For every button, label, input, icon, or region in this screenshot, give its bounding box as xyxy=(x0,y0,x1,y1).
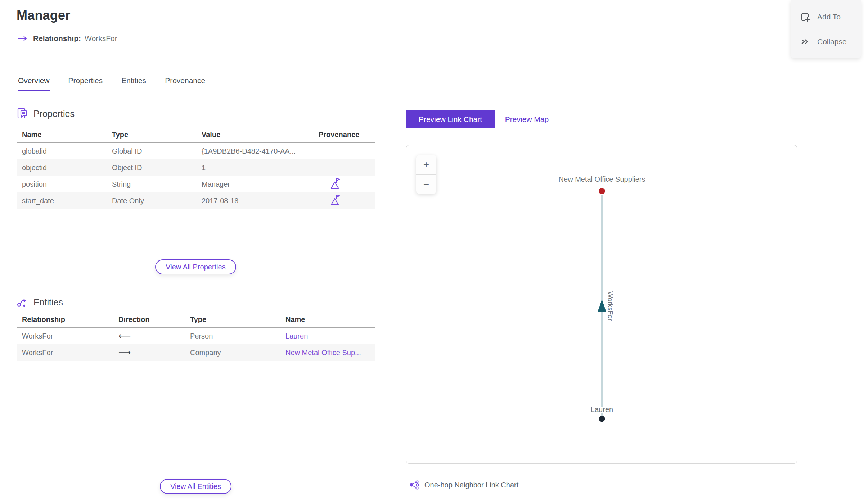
direction-right-arrow: ⟶ xyxy=(113,348,185,358)
zoom-out-button[interactable]: − xyxy=(416,174,436,194)
edge-label: WorksFor xyxy=(607,291,614,321)
chart-caption: One-hop Neighbor Link Chart xyxy=(406,480,798,490)
properties-table: Name Type Value Provenance globalid Glob… xyxy=(17,130,375,209)
add-to-label: Add To xyxy=(817,13,841,21)
prop-type: Date Only xyxy=(107,197,196,205)
entities-table: Relationship Direction Type Name WorksFo… xyxy=(17,315,375,361)
entities-section-title: Entities xyxy=(33,297,63,308)
provenance-flag-icon[interactable] xyxy=(329,194,341,206)
table-row: objectid Object ID 1 xyxy=(17,159,375,176)
arrow-right-icon xyxy=(17,35,27,42)
relationship-value: WorksFor xyxy=(85,34,117,43)
preview-toggle: Preview Link Chart Preview Map xyxy=(406,110,559,128)
prop-type: String xyxy=(107,180,196,189)
one-hop-link-chart-icon xyxy=(410,480,419,490)
col-header-name: Name xyxy=(17,131,107,139)
col-header-name: Name xyxy=(280,315,375,324)
view-all-entities-button[interactable]: View All Entities xyxy=(160,479,231,494)
person-node-label: Lauren xyxy=(591,405,613,413)
tab-overview[interactable]: Overview xyxy=(18,76,50,91)
add-to-icon xyxy=(800,12,810,22)
overview-left-column: Properties Name Type Value Provenance gl… xyxy=(17,107,375,494)
tab-provenance[interactable]: Provenance xyxy=(165,76,205,91)
col-header-direction: Direction xyxy=(113,315,185,324)
properties-icon xyxy=(17,108,28,120)
properties-section-title: Properties xyxy=(33,109,75,119)
prop-provenance xyxy=(313,177,375,192)
double-chevron-right-icon xyxy=(800,37,810,47)
entity-relationship: WorksFor xyxy=(17,332,113,340)
view-all-properties-button[interactable]: View All Properties xyxy=(155,259,236,274)
entities-section-header: Entities xyxy=(17,295,375,309)
entities-icon xyxy=(17,296,28,308)
direction-left-arrow: ⟵ xyxy=(113,331,185,341)
link-chart-graph: New Metal Office Suppliers WorksFor Laur… xyxy=(406,145,797,463)
relationship-label: Relationship: xyxy=(33,34,81,43)
detail-tabs: Overview Properties Entities Provenance xyxy=(18,76,205,91)
provenance-flag-icon[interactable] xyxy=(329,177,341,190)
company-node[interactable] xyxy=(599,188,605,194)
col-header-type: Type xyxy=(185,315,280,324)
preview-column: Preview Link Chart Preview Map + − New M… xyxy=(406,110,798,490)
person-node[interactable] xyxy=(599,416,605,422)
zoom-control: + − xyxy=(416,155,436,194)
table-row: position String Manager xyxy=(17,176,375,192)
entity-type: Person xyxy=(185,332,280,340)
prop-provenance xyxy=(313,194,375,208)
relationship-subtitle: Relationship: WorksFor xyxy=(17,34,117,43)
header-actions-panel: Add To Collapse xyxy=(791,0,861,58)
zoom-in-button[interactable]: + xyxy=(416,155,436,174)
entities-table-header: Relationship Direction Type Name xyxy=(17,315,375,328)
table-row: WorksFor ⟶ Company New Metal Office Sup.… xyxy=(17,344,375,361)
company-node-label: New Metal Office Suppliers xyxy=(559,175,645,183)
prop-type: Global ID xyxy=(107,147,196,155)
properties-section-header: Properties xyxy=(17,107,375,121)
prop-name: objectid xyxy=(17,164,107,172)
col-header-provenance: Provenance xyxy=(313,131,375,139)
entity-name-link[interactable]: Lauren xyxy=(280,332,375,340)
prop-value: 2017-08-18 xyxy=(196,197,313,205)
link-chart-panel: + − New Metal Office Suppliers WorksFor … xyxy=(406,145,797,464)
prop-value: 1 xyxy=(196,164,313,172)
table-row: WorksFor ⟵ Person Lauren xyxy=(17,328,375,344)
preview-link-chart-tab[interactable]: Preview Link Chart xyxy=(406,110,494,128)
prop-type: Object ID xyxy=(107,164,196,172)
tab-entities[interactable]: Entities xyxy=(121,76,146,91)
collapse-label: Collapse xyxy=(817,37,847,46)
page-title: Manager xyxy=(17,8,70,23)
col-header-type: Type xyxy=(107,131,196,139)
prop-name: start_date xyxy=(17,197,107,205)
prop-name: globalid xyxy=(17,147,107,155)
entity-relationship: WorksFor xyxy=(17,349,113,357)
chart-caption-text: One-hop Neighbor Link Chart xyxy=(424,481,518,489)
edge-arrowhead xyxy=(598,299,606,312)
tab-properties[interactable]: Properties xyxy=(68,76,103,91)
properties-table-header: Name Type Value Provenance xyxy=(17,130,375,143)
relationship-detail-page: Manager Relationship: WorksFor Add To Co… xyxy=(0,0,864,504)
entity-name-link[interactable]: New Metal Office Sup... xyxy=(280,349,375,357)
col-header-relationship: Relationship xyxy=(17,315,113,324)
add-to-button[interactable]: Add To xyxy=(791,8,861,26)
preview-map-tab[interactable]: Preview Map xyxy=(494,110,559,128)
prop-value: {1A9DB2B6-D482-4170-AA... xyxy=(196,147,313,155)
table-row: start_date Date Only 2017-08-18 xyxy=(17,192,375,209)
prop-value: Manager xyxy=(196,180,313,189)
entity-type: Company xyxy=(185,349,280,357)
collapse-button[interactable]: Collapse xyxy=(791,32,861,51)
col-header-value: Value xyxy=(196,131,313,139)
table-row: globalid Global ID {1A9DB2B6-D482-4170-A… xyxy=(17,143,375,159)
prop-name: position xyxy=(17,180,107,189)
